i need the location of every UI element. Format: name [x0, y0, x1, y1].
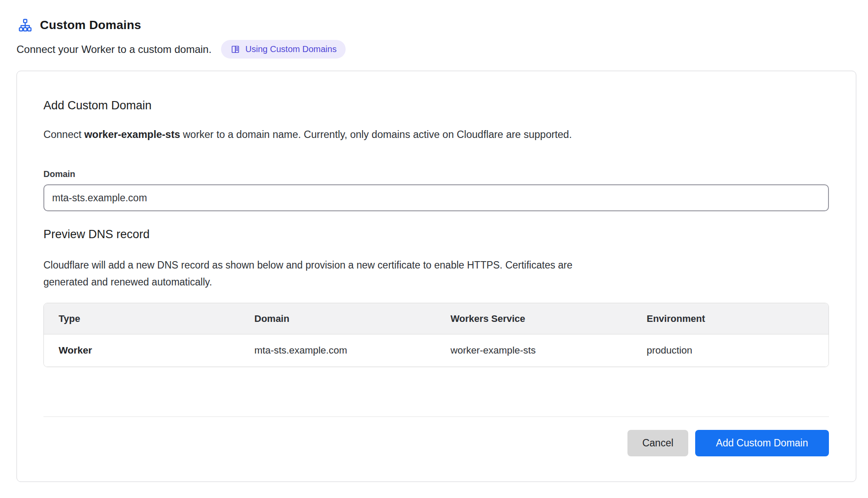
- table-row: Worker mta-sts.example.com worker-exampl…: [44, 334, 828, 367]
- add-custom-domain-button[interactable]: Add Custom Domain: [695, 430, 829, 456]
- page-title: Custom Domains: [40, 18, 141, 32]
- page-header: Custom Domains: [17, 18, 856, 32]
- page-subtitle: Connect your Worker to a custom domain.: [17, 43, 211, 56]
- card-heading: Add Custom Domain: [43, 99, 829, 112]
- worker-name: worker-example-sts: [84, 129, 180, 140]
- sitemap-icon: [18, 18, 32, 32]
- domain-field-label: Domain: [43, 169, 829, 179]
- cell-environment: production: [632, 345, 828, 356]
- column-header-workers-service: Workers Service: [436, 313, 633, 324]
- cell-type: Worker: [44, 345, 240, 356]
- add-custom-domain-card: Add Custom Domain Connect worker-example…: [17, 71, 856, 482]
- docs-badge-link[interactable]: Using Custom Domains: [221, 40, 346, 59]
- domain-input[interactable]: [43, 184, 829, 211]
- preview-dns-heading: Preview DNS record: [43, 228, 829, 241]
- docs-badge-label: Using Custom Domains: [245, 44, 337, 54]
- card-footer: Cancel Add Custom Domain: [43, 416, 829, 457]
- column-header-environment: Environment: [632, 313, 828, 324]
- cell-workers-service: worker-example-sts: [436, 345, 633, 356]
- column-header-type: Type: [44, 313, 240, 324]
- intro-text: Connect worker-example-sts worker to a d…: [43, 129, 829, 141]
- custom-domains-page: Custom Domains Connect your Worker to a …: [0, 0, 868, 498]
- open-book-icon: [230, 44, 241, 55]
- cancel-button[interactable]: Cancel: [627, 430, 688, 456]
- preview-dns-description: Cloudflare will add a new DNS record as …: [43, 257, 829, 291]
- dns-preview-table: Type Domain Workers Service Environment …: [43, 303, 829, 367]
- footer-divider: [43, 416, 829, 417]
- button-row: Cancel Add Custom Domain: [43, 430, 829, 456]
- column-header-domain: Domain: [240, 313, 436, 324]
- table-header-row: Type Domain Workers Service Environment: [44, 303, 828, 334]
- cell-domain: mta-sts.example.com: [240, 345, 436, 356]
- subtitle-row: Connect your Worker to a custom domain. …: [17, 40, 856, 59]
